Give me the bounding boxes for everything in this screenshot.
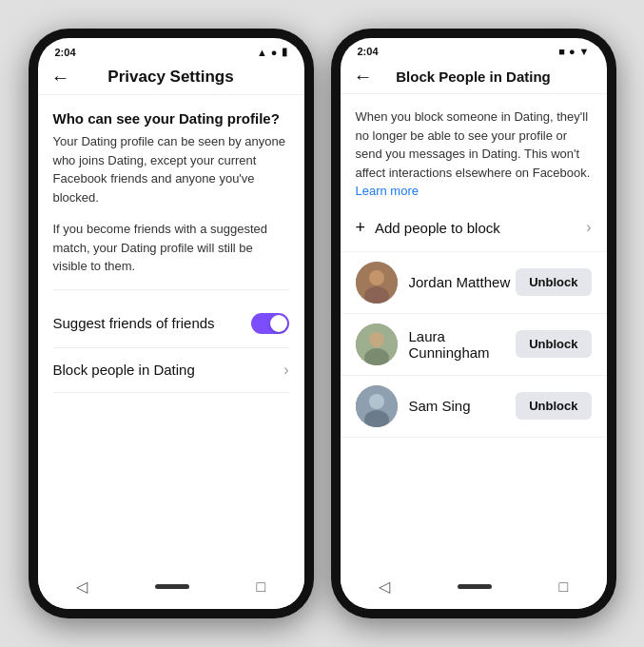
unblock-button-laura[interactable]: Unblock	[516, 330, 591, 358]
section-heading-1: Who can see your Dating profile?	[53, 110, 289, 127]
avatar-sam	[356, 385, 398, 427]
learn-more-link[interactable]: Learn more	[356, 184, 419, 198]
blocked-person-row-0: Jordan Matthew Unblock	[341, 252, 607, 314]
add-people-row[interactable]: + Add people to block ›	[341, 205, 607, 252]
chevron-right-icon: ›	[283, 362, 288, 379]
page-title-2: Block People in Dating	[382, 69, 565, 85]
nav-home-2[interactable]	[458, 584, 492, 589]
back-button-2[interactable]: ←	[354, 67, 373, 86]
blocked-person-row-2: Sam Sing Unblock	[341, 376, 607, 438]
blocked-person-row-1: Laura Cunningham Unblock	[341, 314, 607, 376]
block-people-label: Block people in Dating	[53, 362, 195, 378]
suggest-friends-toggle[interactable]	[251, 313, 289, 334]
person-name-sam: Sam Sing	[409, 398, 517, 414]
page-title-1: Privacy Settings	[80, 68, 263, 87]
status-bar-1: 2:04 ▲ ● ▮	[38, 38, 304, 62]
time-2: 2:04	[358, 46, 379, 57]
add-people-label: Add people to block	[375, 220, 586, 236]
nav-home-1[interactable]	[155, 584, 189, 589]
unblock-button-jordan[interactable]: Unblock	[516, 268, 591, 296]
svg-point-1	[369, 270, 384, 285]
divider-1	[53, 289, 289, 290]
time-1: 2:04	[55, 47, 76, 58]
block-description-text: When you block someone in Dating, they'l…	[356, 109, 591, 180]
unblock-button-sam[interactable]: Unblock	[516, 392, 591, 420]
phone-1: 2:04 ▲ ● ▮ ← Privacy Settings Who can se…	[29, 29, 314, 618]
nav-bar-2: ◁ □	[341, 566, 607, 609]
svg-point-4	[369, 332, 384, 347]
signal-icon-2: ●	[569, 46, 576, 57]
section-text-2: If you become friends with a suggested m…	[53, 220, 289, 276]
battery-icon-2: ▼	[579, 46, 590, 57]
nav-bar-1: ◁ □	[38, 566, 304, 609]
person-name-laura: Laura Cunningham	[409, 328, 517, 361]
section-text-1: Your Dating profile can be seen by anyon…	[53, 132, 289, 206]
status-icons-1: ▲ ● ▮	[257, 46, 287, 58]
avatar-jordan	[356, 262, 398, 304]
back-button-1[interactable]: ←	[51, 68, 70, 87]
wifi-icon: ▲	[257, 47, 267, 58]
blocked-people-list: Jordan Matthew Unblock Laura Cunningham …	[341, 252, 607, 438]
phone-1-screen: 2:04 ▲ ● ▮ ← Privacy Settings Who can se…	[38, 38, 304, 609]
phone-2: 2:04 ■ ● ▼ ← Block People in Dating When…	[331, 29, 616, 618]
wifi-icon-2: ■	[558, 46, 565, 57]
top-bar-2: ← Block People in Dating	[341, 61, 607, 94]
status-bar-2: 2:04 ■ ● ▼	[341, 38, 607, 61]
block-description: When you block someone in Dating, they'l…	[341, 94, 607, 205]
svg-point-7	[369, 394, 384, 409]
status-icons-2: ■ ● ▼	[558, 46, 589, 57]
add-people-chevron: ›	[586, 219, 591, 236]
block-people-row[interactable]: Block people in Dating ›	[53, 348, 289, 393]
battery-icon: ▮	[282, 46, 287, 58]
suggest-friends-label: Suggest friends of friends	[53, 315, 215, 331]
page-content-1: Who can see your Dating profile? Your Da…	[38, 95, 304, 566]
nav-square-2[interactable]: □	[549, 575, 577, 599]
person-name-jordan: Jordan Matthew	[409, 274, 517, 290]
nav-back-2[interactable]: ◁	[369, 574, 400, 599]
phone-2-screen: 2:04 ■ ● ▼ ← Block People in Dating When…	[341, 38, 607, 609]
signal-icon: ●	[271, 47, 278, 58]
nav-back-1[interactable]: ◁	[67, 574, 97, 599]
add-icon: +	[356, 218, 366, 238]
nav-square-1[interactable]: □	[246, 575, 275, 599]
avatar-laura	[356, 324, 398, 365]
suggest-friends-row: Suggest friends of friends	[53, 300, 289, 348]
toggle-knob	[270, 315, 287, 332]
top-bar-1: ← Privacy Settings	[38, 62, 304, 95]
